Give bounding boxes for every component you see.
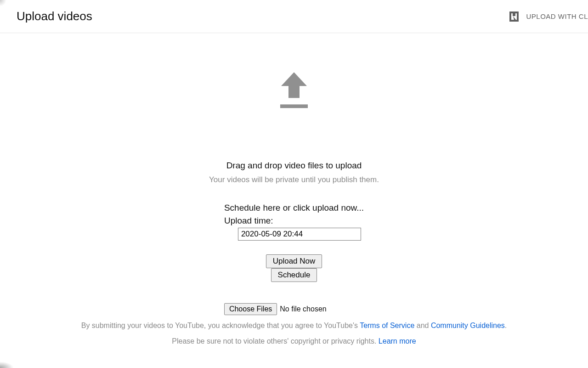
action-buttons: Upload Now Schedule	[224, 254, 364, 282]
svg-rect-2	[513, 13, 515, 16]
choose-files-button[interactable]: Choose Files	[224, 303, 277, 315]
file-chooser-row: Choose Files No file chosen	[224, 303, 364, 315]
privacy-note: Your videos will be private until you pu…	[209, 175, 379, 184]
datetime-input[interactable]	[238, 228, 361, 241]
schedule-prompt: Schedule here or click upload now...	[224, 203, 364, 213]
upload-with-classic-label[interactable]: UPLOAD WITH CL	[526, 12, 588, 20]
svg-rect-3	[280, 104, 308, 108]
disclaimer-line-2: Please be sure not to violate others' co…	[81, 334, 507, 349]
terms-of-service-link[interactable]: Terms of Service	[360, 322, 414, 329]
and-text: and	[414, 322, 431, 329]
classic-upload-icon	[509, 12, 519, 22]
header-bar: Upload videos UPLOAD WITH CL	[0, 0, 588, 33]
schedule-section: Schedule here or click upload now... Upl…	[224, 203, 364, 315]
disclaimer-prefix-2: Please be sure not to violate others' co…	[172, 337, 379, 345]
upload-time-label: Upload time:	[224, 216, 273, 225]
learn-more-link[interactable]: Learn more	[379, 337, 416, 345]
disclaimer-suffix-1: .	[505, 322, 507, 329]
main-content: Drag and drop video files to upload Your…	[0, 33, 588, 349]
drag-drop-text: Drag and drop video files to upload	[226, 161, 362, 171]
disclaimer-line-1: By submitting your videos to YouTube, yo…	[81, 318, 507, 334]
schedule-button[interactable]: Schedule	[271, 268, 317, 282]
file-status-text: No file chosen	[280, 305, 326, 313]
corner-shadow-bottom	[0, 362, 14, 368]
header-right-group: UPLOAD WITH CL	[509, 12, 588, 22]
corner-shadow-top	[0, 0, 6, 6]
disclaimer-block: By submitting your videos to YouTube, yo…	[81, 318, 507, 349]
upload-now-button[interactable]: Upload Now	[266, 254, 322, 268]
disclaimer-prefix-1: By submitting your videos to YouTube, yo…	[81, 322, 360, 329]
page-title: Upload videos	[17, 9, 92, 23]
upload-icon[interactable]	[280, 72, 308, 111]
community-guidelines-link[interactable]: Community Guidelines	[431, 322, 505, 329]
